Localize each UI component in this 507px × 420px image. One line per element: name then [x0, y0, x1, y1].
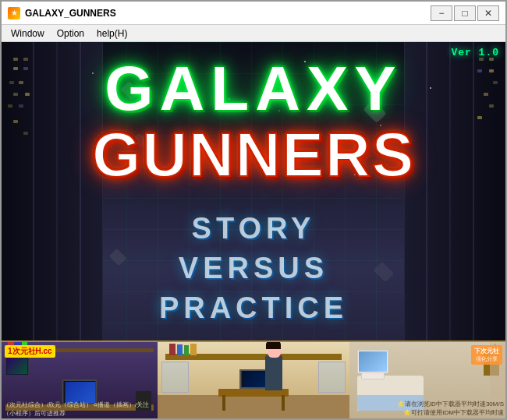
menu-window[interactable]: Window: [5, 26, 51, 41]
bottom-banner: 1次元社H.cc （次元社综合）/欣元（综合站）·#播道（插画）/关注（小程序）…: [2, 341, 505, 418]
room-floor: [158, 395, 349, 418]
gunners-text: GUNNERS: [92, 120, 415, 189]
close-button[interactable]: ✕: [477, 5, 499, 21]
banner-center: [158, 341, 349, 418]
game-area: Ver 1.0 GALAXY GUNNERS STORY VERSUS PRAC…: [2, 42, 505, 418]
menu-versus[interactable]: VERSUS: [179, 252, 328, 285]
maximize-button[interactable]: □: [454, 5, 476, 21]
banner-right-watermark: 下次元社 强化分享: [471, 345, 502, 365]
window-title: GALAXY_GUNNERS: [25, 8, 116, 19]
banner-left-badge: 1次元社H.cc: [5, 345, 55, 358]
game-logo: GALAXY GUNNERS: [58, 58, 448, 186]
logo-galaxy-text: GALAXY: [58, 58, 448, 120]
banner-right-bottom-text: ⭐请在浏览ID中下载器平均时速30M/S ⭐可打请使用IDM中下载器平均时速: [351, 401, 504, 417]
banner-right: 下次元社 强化分享 ⭐请在浏览ID中下载器平均时速30M/S ⭐可打请使用IDM…: [349, 341, 505, 418]
menu-help[interactable]: help(H): [90, 26, 133, 41]
room-center-scene: [158, 342, 349, 418]
menu-option[interactable]: Option: [51, 26, 90, 41]
title-bar-left: ★ GALAXY_GUNNERS: [8, 7, 116, 19]
logo-gunners-text: GUNNERS: [58, 120, 448, 186]
window-controls: − □ ✕: [431, 5, 499, 21]
game-menu: STORY VERSUS PRACTICE: [159, 212, 348, 325]
menu-story[interactable]: STORY: [192, 212, 316, 245]
title-bar: ★ GALAXY_GUNNERS − □ ✕: [2, 2, 505, 25]
menu-practice[interactable]: PRACTICE: [159, 291, 348, 325]
app-icon: ★: [8, 7, 20, 19]
minimize-button[interactable]: −: [431, 5, 452, 21]
menu-bar: Window Option help(H): [2, 25, 505, 42]
banner-left-bottom-text: （次元社综合）/欣元（综合站）·#播道（插画）/关注（小程序）后可进推荐: [3, 401, 156, 418]
version-label: Ver 1.0: [451, 47, 499, 58]
app-window: ★ GALAXY_GUNNERS − □ ✕ Window Option hel…: [0, 0, 507, 420]
banner-left: 1次元社H.cc （次元社综合）/欣元（综合站）·#播道（插画）/关注（小程序）…: [2, 341, 158, 418]
